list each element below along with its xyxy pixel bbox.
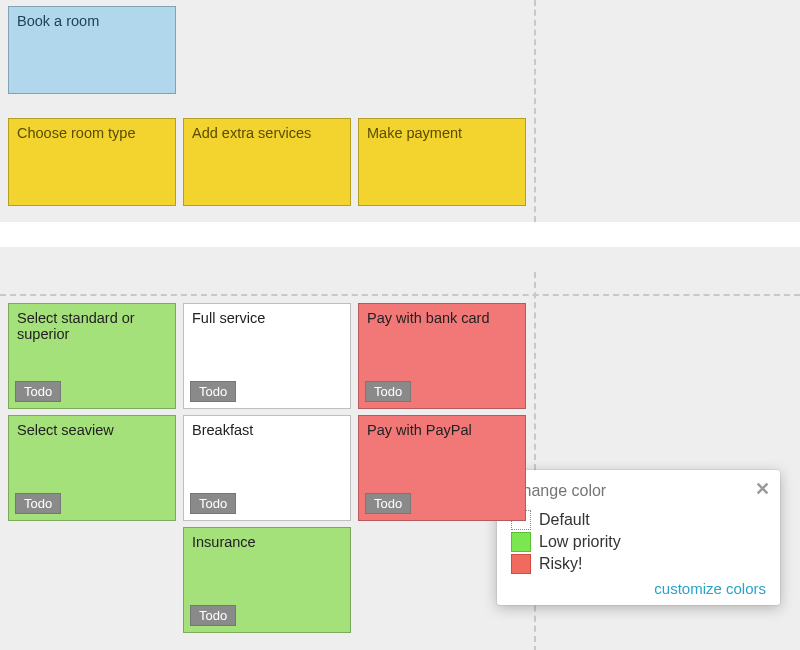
status-badge: Todo: [365, 493, 411, 514]
card-title: Breakfast: [192, 422, 342, 438]
swimlane-divider: [0, 294, 800, 296]
story-card[interactable]: Choose room type: [8, 118, 176, 206]
release-divider: [534, 0, 536, 222]
color-swatch: [511, 532, 531, 552]
story-card[interactable]: Book a room: [8, 6, 176, 94]
card-title: Select seaview: [17, 422, 167, 438]
card-title: Book a room: [17, 13, 167, 29]
color-swatch: [511, 554, 531, 574]
color-option-label: Low priority: [539, 533, 621, 551]
story-card[interactable]: InsuranceTodo: [183, 527, 351, 633]
color-option-label: Default: [539, 511, 590, 529]
card-title: Select standard or superior: [17, 310, 167, 342]
status-badge: Todo: [190, 381, 236, 402]
status-badge: Todo: [365, 381, 411, 402]
band-gap: [0, 222, 800, 247]
customize-colors-link[interactable]: customize colors: [511, 580, 766, 597]
card-title: Pay with bank card: [367, 310, 517, 326]
close-icon[interactable]: ✕: [755, 478, 770, 500]
story-card[interactable]: Select seaviewTodo: [8, 415, 176, 521]
change-color-popover: Change color ✕ DefaultLow priorityRisky!…: [497, 470, 780, 605]
card-title: Add extra services: [192, 125, 342, 141]
color-option-label: Risky!: [539, 555, 583, 573]
color-option[interactable]: Default: [511, 510, 766, 530]
story-card[interactable]: Add extra services: [183, 118, 351, 206]
card-title: Full service: [192, 310, 342, 326]
band-gap: [0, 247, 800, 272]
story-card[interactable]: BreakfastTodo: [183, 415, 351, 521]
status-badge: Todo: [15, 381, 61, 402]
color-option[interactable]: Low priority: [511, 532, 766, 552]
color-option[interactable]: Risky!: [511, 554, 766, 574]
status-badge: Todo: [15, 493, 61, 514]
card-title: Insurance: [192, 534, 342, 550]
story-card[interactable]: Select standard or superiorTodo: [8, 303, 176, 409]
card-title: Pay with PayPal: [367, 422, 517, 438]
status-badge: Todo: [190, 605, 236, 626]
popover-title: Change color: [511, 482, 766, 500]
story-card[interactable]: Pay with PayPalTodo: [358, 415, 526, 521]
status-badge: Todo: [190, 493, 236, 514]
story-card[interactable]: Make payment: [358, 118, 526, 206]
story-card[interactable]: Pay with bank cardTodo: [358, 303, 526, 409]
card-title: Choose room type: [17, 125, 167, 141]
card-title: Make payment: [367, 125, 517, 141]
story-card[interactable]: Full serviceTodo: [183, 303, 351, 409]
